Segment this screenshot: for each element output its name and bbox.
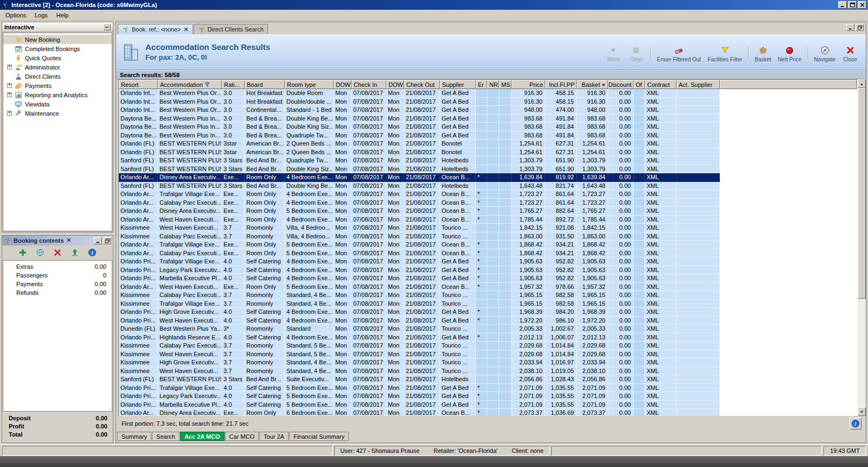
vertical-scrollbar[interactable]: ▲ ▼ <box>857 79 866 416</box>
menu-options[interactable]: Options <box>1 11 30 20</box>
table-row[interactable]: KissimmeeTrafalgar Village Exe...3.7Room… <box>119 300 857 308</box>
bottom-tab-summary[interactable]: Summary <box>117 432 151 441</box>
column-header-resort[interactable]: Resort <box>119 80 158 89</box>
expand-icon[interactable]: + <box>7 65 12 70</box>
table-row[interactable]: Orlando Int...Best Western Plus Or...3.0… <box>119 98 857 106</box>
column-header-accommodation[interactable]: Accommodation <box>158 80 222 89</box>
tab-direct-clients-search[interactable]: Direct Clients Search <box>194 24 268 34</box>
column-header-nr[interactable]: NR <box>487 80 499 89</box>
navigate-button[interactable]: Navigate <box>812 46 838 62</box>
expand-icon[interactable]: + <box>7 83 12 88</box>
column-header-price[interactable]: Price <box>512 80 545 89</box>
tab-close-icon[interactable] <box>183 27 189 32</box>
more-button[interactable]: More <box>603 46 624 62</box>
menu-logs[interactable]: Logs <box>30 11 52 20</box>
table-row[interactable]: Daytona Be...Best Western Plus In...3.0B… <box>119 123 857 131</box>
table-row[interactable]: Orlando Ar...Disney Area Executiv...Exe.… <box>119 207 857 216</box>
table-row[interactable]: Orlando Pri...Legacy Park Executiv...4.0… <box>119 392 857 401</box>
table-row[interactable]: Orlando Ar...West Haven Executi...Exe...… <box>119 283 857 292</box>
bottom-tab-car-mco[interactable]: Car MCO <box>225 432 259 441</box>
table-row[interactable]: KissimmeeCalabay Parc Executi...3.7Roomo… <box>119 232 857 241</box>
table-row[interactable]: Orlando Pri...Marbella Executive Pl...4.… <box>119 274 857 283</box>
column-header-board[interactable]: Board <box>245 80 285 89</box>
sidebar-item-reporting-and-analytics[interactable]: +Reporting and Analytics <box>3 90 112 99</box>
sidebar-item-viewdata[interactable]: Viewdata <box>3 99 112 109</box>
table-row[interactable]: Sanford (FL)BEST WESTERN PLUS...3 StarsB… <box>119 156 857 165</box>
table-row[interactable]: KissimmeeWest Haven Executi...3.7Roomonl… <box>119 350 857 359</box>
table-row[interactable]: Orlando (FL)BEST WESTERN PLUS...3starAme… <box>119 148 857 157</box>
table-row[interactable]: KissimmeeCalabay Parc Executi...3.7Roomo… <box>119 342 857 350</box>
maximize-button[interactable] <box>848 1 857 9</box>
table-row[interactable]: Dunedin (FL)Best Western Plus Ya...3*Roo… <box>119 325 857 333</box>
column-header-room-type[interactable]: Room type <box>285 80 334 89</box>
table-row[interactable]: Orlando Pri...High Grove Executiv...4.0S… <box>119 308 857 317</box>
column-header-dow[interactable]: DOW <box>334 80 352 89</box>
export-button[interactable] <box>69 247 80 258</box>
delete-item-button[interactable] <box>52 247 63 258</box>
table-row[interactable]: KissimmeeCalabay Parc Executi...3.7Roomo… <box>119 291 857 300</box>
bottom-tab-financial-summary[interactable]: Financial Summary <box>289 432 349 441</box>
info-button[interactable]: i <box>87 247 98 258</box>
sidebar-item-maintenance[interactable]: +Maintenance <box>3 109 112 118</box>
close-button[interactable]: Close <box>840 46 860 62</box>
scroll-track[interactable] <box>858 88 866 407</box>
column-header-er[interactable]: Er <box>476 80 487 89</box>
table-row[interactable]: Orlando Ar...West Haven Executi...Exe...… <box>119 216 857 224</box>
scroll-thumb[interactable] <box>858 88 866 299</box>
table-row[interactable]: Orlando Pri...Trafalgar Village Exe...4.… <box>119 384 857 393</box>
table-row[interactable]: Daytona Be...Best Western Plus In...3.0B… <box>119 131 857 140</box>
collapse-button[interactable] <box>103 23 111 30</box>
close-window-button[interactable] <box>858 1 866 9</box>
table-row[interactable]: Orlando Pri...West Haven Executi...4.0Se… <box>119 317 857 325</box>
table-row[interactable]: Orlando Pri...Legacy Park Executiv...4.0… <box>119 266 857 275</box>
column-header-basket[interactable]: Basket <box>577 80 608 89</box>
table-row[interactable]: Sanford (FL)BEST WESTERN PLUS...3 StarsB… <box>119 182 857 191</box>
sidebar-item-new-booking[interactable]: New Booking <box>3 35 112 44</box>
facilities-filter-button[interactable]: Facilities Filter <box>705 46 744 62</box>
table-row[interactable]: Orlando Ar...Disney Area Executiv...Exe.… <box>119 409 857 416</box>
table-row[interactable]: Orlando Ar...Calabay Parc Executi...Exe.… <box>119 199 857 207</box>
globe-button[interactable] <box>35 247 46 258</box>
expand-icon[interactable]: + <box>7 92 12 97</box>
column-header-ms[interactable]: MS <box>499 80 512 89</box>
table-row[interactable]: Orlando Pri...Trafalgar Village Exe...4.… <box>119 257 857 266</box>
nett-price-button[interactable]: Nett Price <box>776 46 804 62</box>
table-row[interactable]: Orlando Ar...Disney Area Executiv...Exe.… <box>119 173 857 182</box>
minimize-button[interactable] <box>838 1 847 9</box>
table-row[interactable]: Orlando Int...Best Western Plus Or...3.0… <box>119 106 857 115</box>
column-header-check-in[interactable]: Check In <box>352 80 386 89</box>
bottom-tab-acc-2a-mco[interactable]: Acc 2A MCO <box>180 432 225 441</box>
sidebar-item-completed-bookings[interactable]: Completed Bookings <box>3 44 112 53</box>
column-header-contract[interactable]: Contract <box>645 80 676 89</box>
column-header-act-supplier[interactable]: Act. Supplier <box>676 80 720 89</box>
menu-help[interactable]: Help <box>52 11 73 20</box>
add-item-button[interactable] <box>17 247 28 258</box>
table-row[interactable]: Orlando (FL)BEST WESTERN PLUS...3starAme… <box>119 140 857 148</box>
column-header-check-out[interactable]: Check Out <box>404 80 440 89</box>
table-row[interactable]: Orlando Int...Best Western Plus Or...3.0… <box>119 89 857 98</box>
erase-filtered-out-button[interactable]: Erase Filtered Out <box>655 46 703 62</box>
tab-book-ref-none[interactable]: Book. ref.: <none> <box>118 24 193 34</box>
scroll-down-icon[interactable]: ▼ <box>858 407 866 416</box>
stop-button[interactable]: Stop <box>626 46 647 62</box>
table-row[interactable]: Orlando Pri...Marbella Executive Pl...4.… <box>119 401 857 409</box>
table-row[interactable]: Orlando Ar...Trafalgar Village Exe...Exe… <box>119 241 857 249</box>
table-row[interactable]: KissimmeeWest Haven Executi...3.7Roomonl… <box>119 367 857 376</box>
info-button[interactable]: i <box>850 418 861 430</box>
table-row[interactable]: Sanford (FL)BEST WESTERN PLUS...3 StarsB… <box>119 375 857 384</box>
table-row[interactable]: Orlando Ar...Calabay Parc Executi...Exe.… <box>119 249 857 258</box>
booking-minimize-button[interactable] <box>94 237 102 244</box>
table-row[interactable]: Orlando Pri...Highlands Reserve E...4.0S… <box>119 333 857 342</box>
booking-restore-button[interactable] <box>103 237 111 244</box>
table-row[interactable]: Sanford (FL)BEST WESTERN PLUS...3 StarsB… <box>119 165 857 174</box>
bottom-tab-tour-2a[interactable]: Tour 2A <box>259 432 289 441</box>
sidebar-item-quick-quotes[interactable]: Quick Quotes <box>3 53 112 62</box>
basket-button[interactable]: Basket <box>752 46 774 62</box>
sidebar-item-payments[interactable]: +Payments <box>3 81 112 90</box>
scroll-up-icon[interactable]: ▲ <box>858 79 866 88</box>
sidebar-item-administrator[interactable]: +Administrator <box>3 62 112 72</box>
workspace-minimize-button[interactable] <box>846 24 854 31</box>
column-header-discount[interactable]: Discount <box>608 80 634 89</box>
expand-icon[interactable]: + <box>7 111 12 116</box>
column-header-incl-fl-pp[interactable]: Incl.Fl.PP <box>545 80 577 89</box>
